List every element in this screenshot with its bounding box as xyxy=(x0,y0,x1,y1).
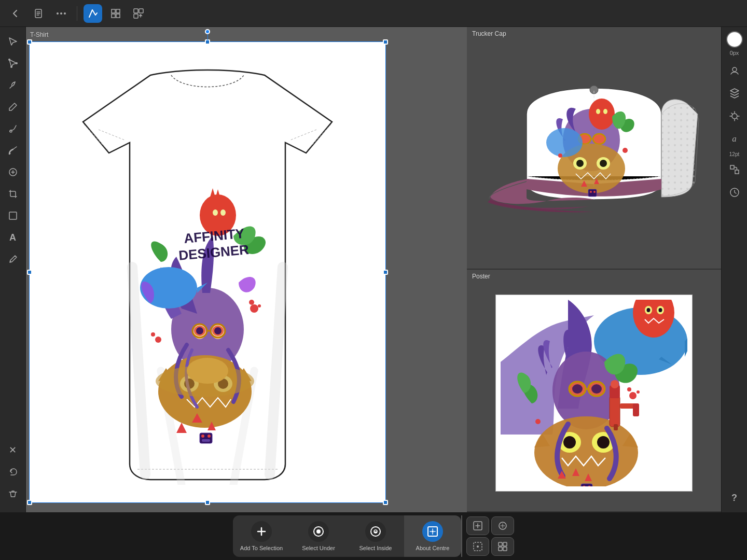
svg-rect-97 xyxy=(633,403,639,416)
undo-tool-btn[interactable] xyxy=(3,461,23,482)
eyedropper-btn[interactable] xyxy=(3,249,23,270)
brush-tool-btn[interactable] xyxy=(3,118,23,139)
svg-point-42 xyxy=(155,337,161,343)
fx-btn[interactable] xyxy=(724,106,745,127)
svg-point-18 xyxy=(10,261,11,262)
help-btn[interactable]: ? xyxy=(724,487,745,508)
export-mode-button[interactable] xyxy=(129,4,148,23)
rect-tool-btn[interactable] xyxy=(3,205,23,226)
pen-tool-btn[interactable] xyxy=(3,75,23,95)
document-button[interactable] xyxy=(29,4,48,23)
select-bounds-btn[interactable] xyxy=(466,537,489,556)
bottom-divider xyxy=(461,515,462,557)
tshirt-content: AFFINITY DESIGNER xyxy=(30,42,385,502)
select-inside-btn[interactable]: Select Inside xyxy=(347,515,404,557)
select-geometry-btn[interactable] xyxy=(466,516,489,535)
move-tool-btn[interactable] xyxy=(3,31,23,52)
svg-point-85 xyxy=(572,384,583,394)
layers-btn[interactable] xyxy=(724,83,745,104)
add-to-selection-btn[interactable]: Add To Selection xyxy=(233,515,290,557)
svg-point-56 xyxy=(593,134,605,144)
svg-rect-102 xyxy=(581,484,592,486)
svg-point-106 xyxy=(732,67,737,72)
svg-rect-124 xyxy=(503,547,507,551)
svg-point-35 xyxy=(220,209,226,216)
history-btn[interactable] xyxy=(724,182,745,203)
left-sidebar: A ✕ xyxy=(0,27,26,512)
poster-content xyxy=(467,270,721,511)
svg-point-2 xyxy=(60,12,62,15)
svg-point-116 xyxy=(432,530,434,533)
rotate-handle[interactable] xyxy=(205,29,210,34)
stroke-value: 0px xyxy=(730,50,739,56)
svg-point-98 xyxy=(629,392,637,399)
main-tool-group: Add To Selection Select Under Select xyxy=(233,515,461,557)
svg-rect-4 xyxy=(112,9,115,13)
more-button[interactable] xyxy=(52,4,71,23)
select-inside-icon xyxy=(365,521,386,542)
svg-point-14 xyxy=(10,130,12,132)
back-button[interactable] xyxy=(6,4,25,23)
svg-rect-5 xyxy=(116,9,120,13)
crop-tool-btn[interactable] xyxy=(3,184,23,204)
add-to-selection-label: Add To Selection xyxy=(240,545,283,551)
svg-point-100 xyxy=(637,390,640,394)
poster-frame xyxy=(495,295,693,492)
svg-rect-122 xyxy=(503,542,507,546)
svg-point-87 xyxy=(534,416,638,486)
select-grid-btn[interactable] xyxy=(491,537,514,556)
select-under-label: Select Under xyxy=(302,545,335,551)
svg-point-120 xyxy=(477,545,479,548)
main-area: A ✕ T-Shirt xyxy=(0,27,747,512)
right-panel: Trucker Cap xyxy=(467,27,721,512)
shape-tool-btn[interactable] xyxy=(3,162,23,183)
svg-point-63 xyxy=(596,109,600,114)
svg-point-72 xyxy=(558,153,562,158)
appearance-btn[interactable] xyxy=(724,60,745,81)
about-centre-btn[interactable]: About Centre xyxy=(404,515,461,557)
svg-point-11 xyxy=(8,59,10,61)
select-sampler-btn[interactable] xyxy=(491,516,514,535)
svg-point-71 xyxy=(622,148,628,153)
svg-point-51 xyxy=(187,358,228,384)
svg-point-25 xyxy=(214,327,222,334)
svg-point-3 xyxy=(64,12,66,15)
svg-rect-17 xyxy=(9,212,17,219)
svg-point-41 xyxy=(258,304,261,307)
svg-point-40 xyxy=(249,300,254,305)
svg-rect-7 xyxy=(116,14,120,18)
pixel-mode-button[interactable] xyxy=(106,4,125,23)
fill-color-swatch[interactable] xyxy=(726,31,743,48)
poster-label: Poster xyxy=(472,273,490,280)
about-centre-icon xyxy=(422,521,443,542)
svg-point-91 xyxy=(597,436,610,449)
svg-point-12 xyxy=(16,62,18,64)
transform-btn[interactable] xyxy=(724,159,745,180)
svg-rect-108 xyxy=(730,165,734,169)
svg-point-101 xyxy=(535,419,541,424)
add-to-selection-icon xyxy=(251,521,272,542)
svg-point-62 xyxy=(589,99,615,130)
delete-tool-btn[interactable] xyxy=(3,483,23,504)
svg-point-80 xyxy=(647,308,651,312)
poster-artwork-svg xyxy=(501,300,687,486)
vector-mode-button[interactable] xyxy=(84,4,102,23)
pencil-tool-btn[interactable] xyxy=(3,96,23,117)
svg-point-34 xyxy=(213,209,218,216)
select-inside-label: Select Inside xyxy=(359,545,392,551)
close-tool-btn[interactable]: ✕ xyxy=(3,440,23,460)
trucker-cap-section: Trucker Cap xyxy=(467,27,721,270)
svg-rect-109 xyxy=(735,170,739,174)
text-tool-btn[interactable]: A xyxy=(3,227,23,248)
character-btn[interactable]: a xyxy=(724,129,745,149)
bottom-toolbar: Add To Selection Select Under Select xyxy=(0,512,747,560)
tshirt-canvas[interactable]: AFFINITY DESIGNER xyxy=(29,41,386,503)
vector-brush-btn[interactable] xyxy=(3,140,23,161)
secondary-tool-group xyxy=(466,516,514,556)
canvas-area[interactable]: T-Shirt xyxy=(26,27,467,512)
node-tool-btn[interactable] xyxy=(3,53,23,74)
svg-point-69 xyxy=(590,191,592,193)
svg-rect-92 xyxy=(610,396,620,427)
trucker-cap-label: Trucker Cap xyxy=(472,30,506,37)
select-under-btn[interactable]: Select Under xyxy=(290,515,347,557)
